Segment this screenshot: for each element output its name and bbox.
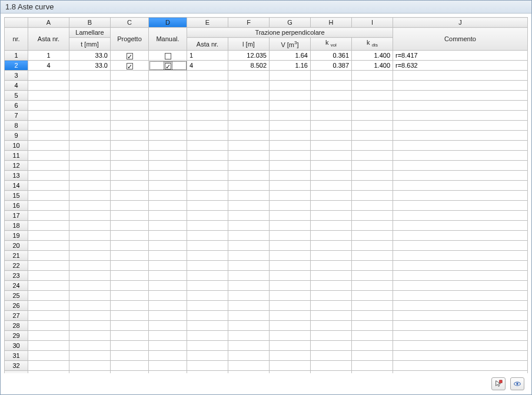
cell-D[interactable] bbox=[149, 81, 187, 91]
cell-D[interactable] bbox=[149, 131, 187, 141]
cell-E[interactable] bbox=[187, 231, 228, 241]
table-row[interactable]: 15 bbox=[5, 191, 528, 201]
cell-C[interactable] bbox=[111, 201, 149, 211]
cell-D[interactable] bbox=[149, 171, 187, 181]
cell-G[interactable] bbox=[270, 261, 311, 271]
cell-F[interactable] bbox=[228, 361, 270, 371]
cell-I[interactable] bbox=[352, 181, 393, 191]
cell-B[interactable] bbox=[69, 281, 111, 291]
table-row[interactable]: 16 bbox=[5, 201, 528, 211]
col-letter-I[interactable]: I bbox=[352, 18, 393, 28]
cell-H[interactable] bbox=[311, 91, 352, 101]
cell-H[interactable] bbox=[311, 261, 352, 271]
row-header[interactable]: 26 bbox=[5, 301, 28, 311]
cell-E[interactable]: 1 bbox=[187, 51, 228, 61]
cell-I[interactable] bbox=[352, 261, 393, 271]
cell-B[interactable] bbox=[69, 251, 111, 261]
table-row[interactable]: 29 bbox=[5, 331, 528, 341]
header-commento[interactable]: Commento bbox=[393, 28, 528, 51]
row-header[interactable]: 12 bbox=[5, 161, 28, 171]
cell-C[interactable] bbox=[111, 161, 149, 171]
cell-G[interactable] bbox=[270, 101, 311, 111]
progetto-checkbox[interactable] bbox=[127, 53, 133, 59]
table-row[interactable]: 21 bbox=[5, 251, 528, 261]
cell-F[interactable] bbox=[228, 221, 270, 231]
header-l-m[interactable]: l [m] bbox=[228, 38, 270, 51]
cell-H[interactable] bbox=[311, 241, 352, 251]
cell-A[interactable] bbox=[28, 161, 69, 171]
cell-G[interactable] bbox=[270, 291, 311, 301]
row-header[interactable]: 20 bbox=[5, 241, 28, 251]
cell-F[interactable] bbox=[228, 161, 270, 171]
cell-B[interactable] bbox=[69, 301, 111, 311]
cell-A[interactable] bbox=[28, 181, 69, 191]
row-header[interactable]: 27 bbox=[5, 311, 28, 321]
cell-I[interactable] bbox=[352, 211, 393, 221]
cell-E[interactable] bbox=[187, 71, 228, 81]
cell-A[interactable] bbox=[28, 331, 69, 341]
col-letter-H[interactable]: H bbox=[311, 18, 352, 28]
cell-A[interactable] bbox=[28, 141, 69, 151]
cell-J[interactable] bbox=[393, 191, 528, 201]
cell-C[interactable] bbox=[111, 141, 149, 151]
cell-C[interactable] bbox=[111, 51, 149, 61]
cell-I[interactable] bbox=[352, 231, 393, 241]
cell-D[interactable] bbox=[149, 361, 187, 371]
row-header[interactable]: 22 bbox=[5, 261, 28, 271]
cell-G[interactable] bbox=[270, 361, 311, 371]
cell-J[interactable]: r=8.417 bbox=[393, 51, 528, 61]
cell-C[interactable] bbox=[111, 251, 149, 261]
row-header[interactable]: 21 bbox=[5, 251, 28, 261]
cell-I[interactable] bbox=[352, 351, 393, 361]
cell-E[interactable] bbox=[187, 211, 228, 221]
cell-G[interactable] bbox=[270, 181, 311, 191]
cell-E[interactable] bbox=[187, 101, 228, 111]
table-row[interactable]: 10 bbox=[5, 141, 528, 151]
cell-C[interactable] bbox=[111, 291, 149, 301]
cell-H[interactable] bbox=[311, 311, 352, 321]
cell-F[interactable] bbox=[228, 351, 270, 361]
table-row[interactable]: 32 bbox=[5, 361, 528, 371]
table-row[interactable]: 25 bbox=[5, 291, 528, 301]
row-header[interactable]: 10 bbox=[5, 141, 28, 151]
cell-F[interactable] bbox=[228, 121, 270, 131]
cell-J[interactable] bbox=[393, 281, 528, 291]
cell-E[interactable] bbox=[187, 181, 228, 191]
cell-B[interactable] bbox=[69, 341, 111, 351]
row-header[interactable]: 11 bbox=[5, 151, 28, 161]
cell-A[interactable] bbox=[28, 171, 69, 181]
cell-I[interactable]: 1.400 bbox=[352, 51, 393, 61]
cell-B[interactable] bbox=[69, 201, 111, 211]
col-letter-J[interactable]: J bbox=[393, 18, 528, 28]
cell-B[interactable] bbox=[69, 231, 111, 241]
cell-H[interactable] bbox=[311, 291, 352, 301]
cell-I[interactable] bbox=[352, 141, 393, 151]
cell-D[interactable] bbox=[149, 241, 187, 251]
cell-G[interactable] bbox=[270, 321, 311, 331]
cell-A[interactable] bbox=[28, 81, 69, 91]
cell-E[interactable] bbox=[187, 131, 228, 141]
cell-G[interactable] bbox=[270, 121, 311, 131]
table-row[interactable]: 3 bbox=[5, 71, 528, 81]
cell-C[interactable] bbox=[111, 91, 149, 101]
cell-D[interactable] bbox=[149, 251, 187, 261]
cell-D[interactable] bbox=[149, 91, 187, 101]
table-row[interactable]: 20 bbox=[5, 241, 528, 251]
cell-G[interactable] bbox=[270, 311, 311, 321]
table-row[interactable]: 28 bbox=[5, 321, 528, 331]
cell-C[interactable] bbox=[111, 241, 149, 251]
cell-F[interactable] bbox=[228, 81, 270, 91]
header-v-m3[interactable]: V [m3] bbox=[270, 38, 311, 51]
table-row[interactable]: 24 bbox=[5, 281, 528, 291]
cell-F[interactable] bbox=[228, 151, 270, 161]
cell-G[interactable] bbox=[270, 341, 311, 351]
cell-I[interactable] bbox=[352, 81, 393, 91]
cell-J[interactable] bbox=[393, 171, 528, 181]
cell-B[interactable] bbox=[69, 141, 111, 151]
cell-D[interactable] bbox=[149, 291, 187, 301]
cell-H[interactable] bbox=[311, 81, 352, 91]
cell-E[interactable] bbox=[187, 201, 228, 211]
cell-A[interactable] bbox=[28, 311, 69, 321]
cell-J[interactable] bbox=[393, 131, 528, 141]
cell-I[interactable] bbox=[352, 291, 393, 301]
